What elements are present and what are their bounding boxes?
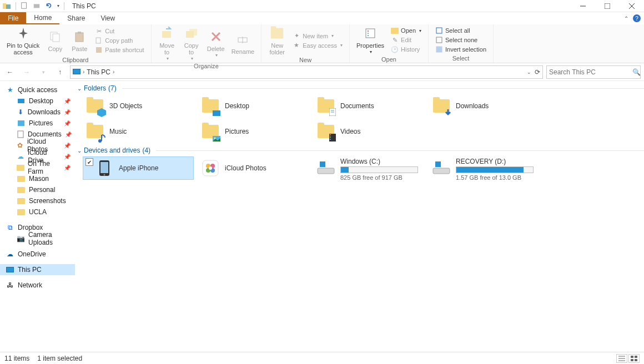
folder-tile[interactable]: Videos [314,120,425,143]
cut-icon: ✂ [95,27,103,35]
ribbon-group-select: Select all Select none Invert selection … [429,24,494,63]
chevron-right-icon[interactable]: › [113,69,114,75]
folder-label: Videos [340,128,360,135]
nav-item[interactable]: Desktop📌 [0,95,75,107]
maximize-button[interactable] [595,0,620,12]
svg-rect-61 [631,356,633,358]
close-button[interactable] [620,0,644,12]
copy-path-button[interactable]: Copy path [94,36,145,45]
nav-back-button[interactable]: ← [3,65,17,79]
content-pane: ⌄ Folders (7) 3D ObjectsDesktopDocuments… [75,81,644,352]
nav-quick-access[interactable]: ★ Quick access [0,84,75,95]
nav-recent-dropdown[interactable]: ▾ [37,65,50,79]
drive-tile[interactable]: RECOVERY (D:)1.57 GB free of 13.0 GB [429,156,540,182]
minimize-button[interactable] [571,0,595,12]
folder-tile[interactable]: Pictures [198,120,309,143]
pictures-icon [17,119,26,128]
nav-network[interactable]: 🖧 Network [0,280,75,291]
folder-icon [316,122,336,141]
select-none-button[interactable]: Select none [434,36,487,44]
history-button[interactable]: 🕑History [390,45,422,54]
breadcrumb-this-pc[interactable]: This PC [87,68,110,76]
open-button[interactable]: Open▾ [390,26,422,35]
chevron-down-icon: ⌄ [77,148,82,154]
properties-button[interactable]: Properties▾ [353,24,388,56]
group-header-devices[interactable]: ⌄ Devices and drives (4) [77,146,644,154]
select-all-button[interactable]: Select all [434,26,487,35]
nav-item-label: Desktop [29,97,53,105]
tab-view[interactable]: View [93,12,123,24]
qat-new-folder-icon[interactable] [33,2,42,11]
folder-tile[interactable]: Music [83,120,194,143]
device-tile[interactable]: ✔Apple iPhone [83,156,194,180]
edit-button[interactable]: ✎Edit [390,36,422,44]
new-folder-button[interactable]: New folder [265,24,289,57]
selection-checkbox[interactable]: ✔ [85,158,93,166]
rename-button[interactable]: Rename [228,31,258,56]
folder-tile[interactable]: Downloads [429,94,540,118]
address-box[interactable]: › This PC › ⌄ ⟳ [70,65,543,79]
address-dropdown-icon[interactable]: ⌄ [527,69,531,75]
svg-point-24 [368,33,369,34]
nav-item[interactable]: Mason [0,173,75,184]
search-icon[interactable]: 🔍 [632,68,641,76]
svg-point-23 [368,31,369,32]
nav-item[interactable]: UCLA [0,206,75,218]
folder-icon [17,196,26,205]
refresh-icon[interactable]: ⟳ [535,68,540,76]
ribbon-group-open: Properties▾ Open▾ ✎Edit 🕑History Open [350,24,429,63]
delete-button[interactable]: Delete▾ [204,28,228,59]
ribbon-collapse-icon[interactable]: ⌃ [624,16,628,22]
pin-to-quick-access-button[interactable]: Pin to Quick access [3,24,43,57]
qat-dropdown-icon[interactable]: ▾ [57,3,59,8]
nav-item[interactable]: Personal [0,184,75,195]
easy-access-button[interactable]: ★Easy access▾ [291,41,344,50]
nav-forward-button[interactable]: → [20,65,33,79]
svg-rect-11 [76,33,83,42]
nav-up-button[interactable]: ↑ [53,65,67,79]
chevron-right-icon[interactable]: › [83,69,84,75]
new-item-button[interactable]: ✦New item▾ [291,32,344,41]
svg-rect-57 [435,161,441,167]
chevron-down-icon: ⌄ [77,85,82,92]
svg-point-47 [104,174,105,176]
drive-tile[interactable]: Windows (C:)825 GB free of 917 GB [314,156,425,182]
svg-rect-46 [100,162,108,173]
pin-icon: 📌 [64,165,71,171]
svg-rect-22 [366,29,375,38]
paste-button[interactable]: Paste [67,28,92,53]
nav-item[interactable]: Pictures📌 [0,118,75,129]
qat-properties-icon[interactable] [21,2,29,11]
tab-home[interactable]: Home [26,12,59,24]
folder-tile[interactable]: Desktop [198,94,309,118]
nav-item[interactable]: ⬇Downloads📌 [0,107,75,118]
search-input[interactable] [549,68,632,76]
nav-item-label: Downloads [28,108,61,116]
tab-share[interactable]: Share [59,12,93,24]
help-icon[interactable]: ? [633,14,641,22]
cut-button[interactable]: ✂Cut [94,27,145,36]
group-label-open: Open [381,56,396,64]
invert-selection-button[interactable]: Invert selection [434,45,487,54]
nav-item[interactable]: On The Farm📌 [0,162,75,173]
qat-undo-icon[interactable] [45,2,54,11]
paste-shortcut-button[interactable]: Paste shortcut [94,46,145,54]
window-title: This PC [72,2,96,10]
view-details-button[interactable] [616,354,627,363]
group-header-folders[interactable]: ⌄ Folders (7) [77,84,644,92]
folder-icon [431,96,451,116]
device-tile[interactable]: iCloud Photos [198,156,309,180]
copy-to-button[interactable]: Copy to▾ [179,24,204,63]
move-to-button[interactable]: Move to▾ [155,24,179,63]
nav-camera-uploads[interactable]: 📷 Camera Uploads [0,233,75,244]
view-large-icons-button[interactable] [628,354,640,363]
nav-this-pc[interactable]: This PC [0,264,75,275]
copy-button[interactable]: Copy [43,28,67,53]
nav-onedrive[interactable]: ☁ OneDrive [0,249,75,260]
nav-item[interactable]: Screenshots [0,195,75,206]
folder-tile[interactable]: 3D Objects [83,94,194,118]
folder-tile[interactable]: Documents [314,94,425,118]
search-box[interactable]: 🔍 [546,65,641,79]
tab-file[interactable]: File [0,12,26,24]
invert-selection-icon [435,46,443,53]
